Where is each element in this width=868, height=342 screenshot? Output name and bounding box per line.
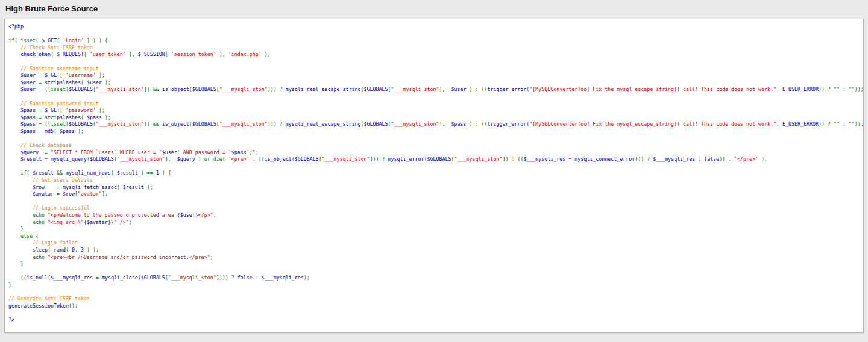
page-title: High Brute Force Source xyxy=(5,4,98,13)
source-code-panel: <?php if( isset( $_GET[ 'Login' ] ) ) { … xyxy=(4,19,864,333)
php-source-code: <?php if( isset( $_GET[ 'Login' ] ) ) { … xyxy=(5,19,863,328)
